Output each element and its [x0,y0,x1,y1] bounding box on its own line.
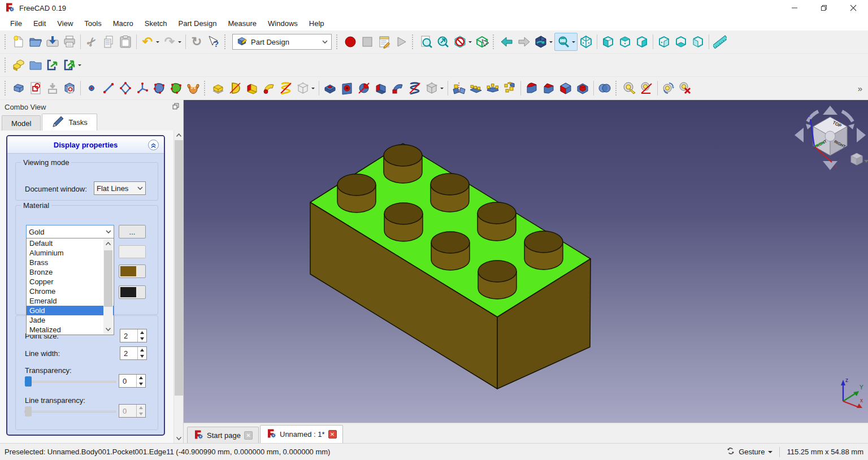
dropdown-caret[interactable] [549,41,553,45]
scroll-up-icon[interactable] [174,131,184,140]
dropdown-caret[interactable] [311,88,315,91]
navigation-cube[interactable]: TOP FRONT RIGHT z x [789,101,868,175]
std-group-button[interactable] [27,57,44,73]
scroll-down-icon[interactable] [103,325,113,334]
redo-button[interactable]: ↷ [161,33,178,50]
datum-line-button[interactable] [100,80,117,97]
fit-all-button[interactable] [418,33,435,50]
datum-plane-button[interactable] [117,80,134,97]
make-link-button[interactable] [44,57,61,73]
dropdown-caret[interactable] [572,41,575,45]
additive-loft-button[interactable] [244,80,261,97]
material-option-chrome[interactable]: Chrome [27,287,114,296]
workbench-selector[interactable]: Part Design [232,34,332,50]
menu-macro[interactable]: Macro [107,17,139,30]
macro-stop-button[interactable] [359,33,376,50]
menu-view[interactable]: View [51,17,79,30]
navcube-up-arrow[interactable] [823,106,837,115]
additive-pipe-button[interactable] [261,80,277,97]
measure-linear-button[interactable] [621,80,638,97]
measure-toggle-button[interactable] [711,33,728,50]
tab-start-page[interactable]: Start page ✕ [187,427,259,443]
toolbar-grip[interactable] [5,58,7,72]
spin-up-icon[interactable] [138,347,146,353]
navcube-rotate-cw-icon[interactable] [842,111,853,121]
groove-button[interactable] [355,80,372,97]
clone-button[interactable] [185,80,202,97]
fit-selection-button[interactable] [435,33,452,50]
pad-button[interactable] [210,80,227,97]
view-rear-button[interactable] [656,33,672,50]
view-left-button[interactable] [689,33,706,50]
tab-unnamed-document[interactable]: Unnamed : 1* ✕ [260,425,343,443]
measure-refresh-button[interactable] [660,80,677,97]
menu-windows[interactable]: Windows [262,17,303,30]
material-option-emerald[interactable]: Emerald [27,296,114,306]
close-button[interactable] [839,0,868,16]
menu-file[interactable]: File [5,17,28,30]
material-select[interactable]: Gold [26,225,114,238]
datum-point-button[interactable] [83,80,100,97]
new-file-button[interactable] [10,33,27,50]
macro-play-button[interactable] [393,33,410,50]
menu-tools[interactable]: Tools [79,17,107,30]
material-option-default[interactable]: Default [27,238,114,248]
spin-down-icon[interactable] [138,353,146,359]
material-option-metalized[interactable]: Metalized [27,325,114,335]
dropdown-caret[interactable] [178,41,181,45]
view-top-button[interactable] [617,33,633,50]
minimize-button[interactable] [780,0,809,16]
whats-this-button[interactable]: ? [205,33,222,50]
dropdown-caret[interactable] [440,88,444,91]
navcube-right-arrow[interactable] [857,128,866,142]
dropdown-caret[interactable] [78,64,81,68]
refresh-button[interactable]: ↻ [188,33,205,50]
material-option-brass[interactable]: Brass [27,258,114,267]
linear-pattern-button[interactable] [467,80,484,97]
edit-sketch-button[interactable] [44,80,61,97]
view-front-button[interactable] [600,33,617,50]
polar-pattern-button[interactable] [484,80,501,97]
nav-back-button[interactable] [498,33,515,50]
material-browse-button[interactable]: ... [119,225,146,238]
view-axonometric-button[interactable] [578,33,594,50]
scroll-up-icon[interactable] [103,239,113,248]
touch-nav-button[interactable] [555,33,572,50]
material-option-gold[interactable]: Gold [27,306,114,315]
tab-tasks[interactable]: Tasks [42,114,97,131]
3d-viewport[interactable]: TOP FRONT RIGHT z x [184,100,868,423]
close-tab-icon[interactable]: ✕ [328,430,337,439]
transparency-slider[interactable] [24,376,116,387]
spin-up-icon[interactable] [138,329,146,336]
document-window-select[interactable]: Flat Lines [94,181,146,195]
measure-clear-button[interactable] [677,80,694,97]
scrollbar-thumb[interactable] [175,140,183,396]
create-body-button[interactable] [10,80,27,97]
undo-button[interactable]: ↶ [139,33,156,50]
toolbar-grip[interactable] [493,34,495,49]
subtractive-loft-button[interactable] [372,80,389,97]
menu-measure[interactable]: Measure [222,17,262,30]
nav-style-button[interactable]: Gesture [739,448,765,456]
copy-button[interactable] [100,33,117,50]
save-button[interactable] [44,33,61,50]
fillet-button[interactable] [523,80,540,97]
thickness-button[interactable] [574,80,591,97]
chamfer-button[interactable] [540,80,557,97]
navcube-left-arrow[interactable] [795,128,804,142]
subtractive-helix-button[interactable] [406,80,423,97]
menu-help[interactable]: Help [303,17,330,30]
point-size-spinner[interactable]: 2 [120,329,147,342]
cut-button[interactable]: ✂ [83,33,100,50]
tasks-scrollbar[interactable] [173,131,183,443]
chevron-down-icon[interactable] [768,451,772,455]
spin-down-icon[interactable] [137,381,145,387]
collapse-panel-button[interactable] [148,140,159,150]
material-option-jade[interactable]: Jade [27,315,114,325]
view-isometric-button[interactable] [532,33,549,50]
additive-primitive-button[interactable] [294,80,311,97]
subtractive-pipe-button[interactable] [389,80,406,97]
print-button[interactable] [61,33,78,50]
dock-float-icon[interactable] [172,102,180,112]
close-tab-icon[interactable]: ✕ [244,431,253,440]
